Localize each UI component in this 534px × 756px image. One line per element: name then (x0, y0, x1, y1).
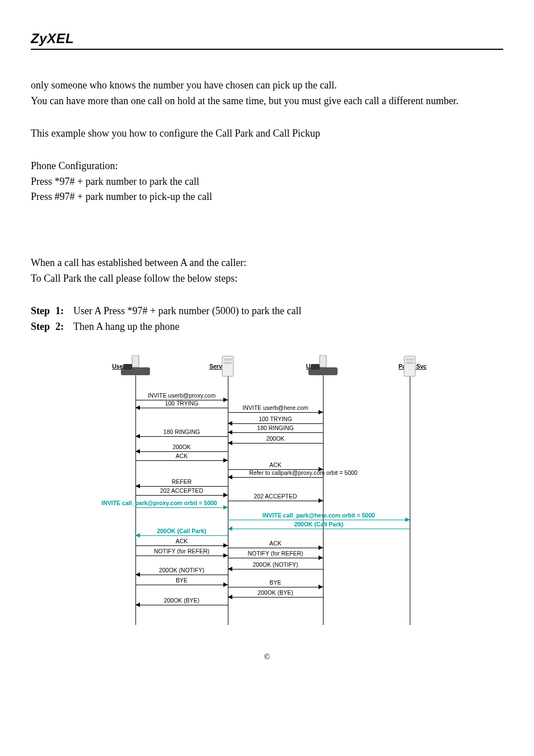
message-label: 202 ACCEPTED (254, 493, 297, 500)
message-label: 200OK (BYE) (257, 590, 293, 596)
paragraph-5: Press #97# + park number to pick-up the … (31, 189, 503, 205)
paragraph-1b: You can have more than one call on hold … (31, 94, 503, 109)
svg-rect-4 (224, 358, 232, 361)
message-label: BYE (269, 580, 281, 586)
message-label: 200OK (Call Park) (294, 521, 343, 528)
brand-logo: ZyXEL (31, 31, 503, 46)
step-1: Step 1: User A Press *97# + park number … (31, 304, 503, 319)
svg-rect-6 (320, 355, 326, 367)
message-label: NOTIFY (for REFER) (154, 548, 209, 554)
phone-icon (307, 355, 339, 379)
message-label: 200OK (266, 436, 285, 442)
message-label: INVITE call_park@proxy.com orbit = 5000 (101, 500, 217, 506)
server-icon (221, 355, 235, 379)
step-number: 2: (55, 319, 68, 335)
step-label: Step (31, 319, 50, 335)
svg-rect-10 (406, 358, 414, 361)
message-label: 200OK (172, 444, 191, 450)
message-label: ACK (269, 540, 282, 547)
server-icon (403, 355, 416, 379)
sequence-diagram: User A Server User B Park / Svc INVITE u… (99, 363, 435, 625)
message-label: NOTIFY (for REFER) (248, 550, 303, 557)
svg-rect-0 (132, 355, 139, 367)
message-label: ACK (269, 462, 282, 468)
message-label: Refer to callpark@proxy.com orbit = 5000 (249, 470, 357, 476)
message-label: BYE (176, 577, 188, 584)
message-label: 180 RINGING (257, 425, 293, 431)
message-label: INVITE userb@proxy.com (148, 393, 216, 399)
lifeline-park (410, 373, 410, 625)
svg-rect-5 (224, 362, 232, 364)
step-2: Step 2: Then A hang up the phone (31, 319, 503, 335)
paragraph-2: This example show you how to configure t… (31, 126, 503, 142)
paragraph-7: To Call Park the call please follow the … (31, 271, 503, 287)
header-rule (31, 49, 503, 50)
message-label: 100 TRYING (165, 400, 199, 407)
message-label: 100 TRYING (259, 416, 292, 422)
phone-icon (120, 355, 151, 379)
svg-rect-2 (123, 364, 132, 370)
message-label: ACK (176, 453, 188, 459)
lifeline-a (135, 373, 136, 625)
step-number: 1: (55, 304, 68, 319)
message-label: 200OK (Call Park) (157, 528, 206, 534)
message-label: 202 ACCEPTED (160, 488, 203, 494)
step-text: Then A hang up the phone (73, 319, 179, 335)
paragraph-6: When a call has established between A an… (31, 255, 503, 271)
message-label: 180 RINGING (163, 429, 200, 435)
message-label: ACK (176, 538, 188, 544)
step-label: Step (31, 304, 50, 319)
message-label: INVITE userb@here.com (242, 405, 308, 411)
message-label: 200OK (BYE) (164, 598, 200, 604)
lifeline-b (323, 373, 324, 625)
paragraph-1a: only someone who knows the number you ha… (31, 78, 503, 94)
svg-rect-8 (311, 364, 320, 370)
message-label: 200OK (NOTIFY) (252, 562, 298, 568)
paragraph-3: Phone Configuration: (31, 158, 503, 174)
footer-copyright: © (31, 653, 503, 662)
message-label: REFER (172, 479, 192, 485)
message-label: INVITE call_park@here.com orbit = 5000 (263, 512, 375, 519)
svg-rect-11 (406, 362, 414, 364)
step-text: User A Press *97# + park number (5000) t… (73, 304, 302, 319)
message-label: 200OK (NOTIFY) (159, 567, 204, 573)
paragraph-4: Press *97# + park number to park the cal… (31, 174, 503, 190)
